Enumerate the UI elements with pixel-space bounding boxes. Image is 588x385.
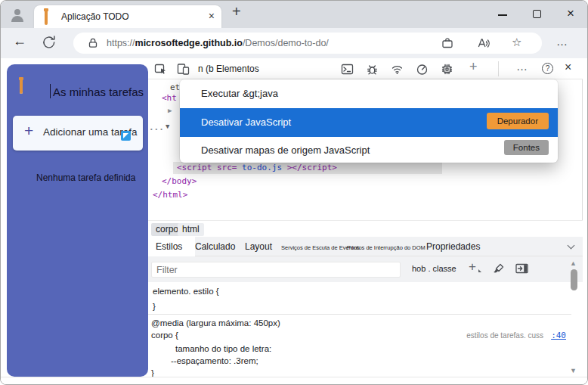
address-bar[interactable]: https://microsoftedge.github.io/Demos/de… [73, 33, 542, 54]
breadcrumb: corpo html [148, 220, 583, 237]
scrollbar-up-icon[interactable]: ▲ [570, 259, 577, 267]
scrollbar-thumb[interactable] [571, 269, 577, 290]
rule-divider [148, 314, 571, 315]
command-query-row[interactable]: Executar &gt;java [180, 79, 558, 108]
stylesheet-line-link[interactable]: :40 [551, 331, 566, 340]
read-aloud-icon[interactable] [477, 36, 491, 50]
new-style-rule-icon[interactable]: + [469, 259, 476, 275]
css-prop-font-size[interactable]: tamanho do tipo de letra: [175, 344, 271, 353]
empty-list-text: Nenhuma tarefa definida [36, 172, 135, 183]
code-script-line[interactable]: <script src= to-do.js ></script> [177, 163, 337, 172]
tab-elements[interactable]: n (b Elementos [198, 64, 259, 74]
devtools-close-icon[interactable]: × [565, 61, 571, 74]
code-partial: et [170, 82, 180, 92]
tab-title: Aplicação TODO [61, 11, 129, 22]
page-title: As minhas tarefas [53, 85, 144, 98]
tab-strip: Aplicação TODO × + × [1, 1, 588, 28]
devtools-more-icon[interactable]: … [516, 60, 528, 73]
command-menu: Executar &gt;java Desativar JavaScript D… [180, 79, 558, 163]
rule-element-style-close: } [153, 302, 156, 311]
network-conditions-icon[interactable] [391, 63, 404, 76]
breadcrumb-html[interactable]: html [178, 223, 204, 236]
rule-corpo: corpo { estilos de tarefas. cuss :40 [151, 331, 566, 340]
add-panel-icon[interactable]: + [469, 59, 478, 75]
performance-gauge-icon[interactable] [416, 63, 429, 76]
browser-toolbar: ← https://microsoftedge.github.io/Demos/… [1, 28, 588, 58]
stylesheet-source: estilos de tarefas. cuss [466, 331, 543, 340]
styles-pane[interactable]: elemento. estilo { } @media (largura máx… [148, 282, 583, 377]
window-maximize-button[interactable] [525, 4, 549, 25]
toggle-sidebar-icon[interactable] [515, 263, 528, 274]
help-icon[interactable]: ? [542, 63, 553, 74]
profile-avatar-icon[interactable] [8, 5, 26, 23]
scrollbar-down-icon[interactable]: ▼ [570, 367, 577, 374]
window-minimize-button[interactable] [491, 4, 515, 25]
console-panel-icon[interactable] [341, 63, 354, 76]
url-scheme: https:// [107, 38, 135, 48]
menu-item-disable-javascript[interactable]: Desativar JavaScript Depurador [180, 108, 558, 137]
filter-input[interactable] [151, 262, 401, 278]
tab-layout[interactable]: Layout [245, 241, 272, 252]
css-prop-spacing[interactable]: --espaçamento: .3rem; [171, 356, 258, 365]
inspect-cursor-icon [121, 131, 131, 141]
tab-estilos[interactable]: Estilos [156, 241, 182, 252]
memory-chip-icon[interactable] [441, 63, 453, 76]
code-body-close: </body> [162, 176, 197, 186]
command-query-text: Executar &gt;java [201, 88, 278, 99]
maximize-icon [533, 10, 541, 18]
pseudo-class-toggle[interactable]: hob . classe [412, 264, 456, 273]
window-bottom-edge [1, 377, 588, 385]
browser-menu-icon[interactable]: … [556, 35, 568, 48]
media-query: @media (largura máxima: 450px) [151, 318, 280, 328]
add-task-button[interactable]: + Adicionar uma tarefa [13, 116, 143, 151]
badge-fontes: Fontes [504, 140, 549, 155]
toolbar-divider [498, 61, 499, 76]
tab-close-icon[interactable]: × [209, 10, 215, 22]
styles-filter-row: hob . classe + [148, 256, 583, 282]
issues-bug-icon[interactable] [366, 63, 379, 76]
minimize-icon [498, 14, 507, 16]
node-menu-dots[interactable]: ... [149, 123, 164, 132]
url-text[interactable]: https://microsoftedge.github.io/Demos/de… [107, 38, 329, 48]
url-path: /Demos/demo-to-do/ [243, 38, 329, 48]
expand-arrow-icon[interactable]: ▼ [166, 123, 169, 130]
styles-tabbar: Estilos Calculado Layout Serviços de Esc… [148, 237, 583, 256]
favorite-star-icon[interactable]: ☆ [512, 36, 521, 49]
rule-corpo-open: corpo { [151, 331, 178, 340]
tab-dom-breakpoints[interactable]: Pontos de Interrupção do DOM [347, 244, 426, 251]
clipboard-favicon-icon [45, 11, 54, 23]
collapse-arrow-icon[interactable]: ▶ [168, 107, 172, 114]
url-host: microsoftedge.github.io [135, 38, 243, 48]
rule-element-style-open: elemento. estilo { [153, 287, 219, 296]
text-caret [50, 84, 51, 98]
badge-depurador: Depurador [487, 113, 549, 129]
chevron-down-icon[interactable] [568, 242, 575, 250]
tab-propriedades[interactable]: Propriedades [426, 241, 480, 252]
plus-icon: + [24, 122, 33, 140]
menu-item-disable-sourcemaps[interactable]: Desativar mapas de origem JavaScript Fon… [180, 137, 558, 163]
tab-calculado[interactable]: Calculado [195, 241, 235, 252]
new-tab-button[interactable]: + [232, 3, 241, 20]
back-button[interactable]: ← [13, 33, 26, 49]
browser-window: Aplicação TODO × + × ← https://microsoft… [0, 0, 588, 385]
devtools-toolbar: n (b Elementos + … ? × [148, 58, 583, 79]
brush-icon[interactable] [493, 262, 505, 275]
window-close-button[interactable]: × [559, 4, 583, 25]
clipboard-logo-icon [20, 79, 38, 101]
workspaces-icon[interactable] [441, 36, 454, 50]
browser-tab[interactable]: Aplicação TODO × [34, 5, 221, 28]
refresh-button[interactable] [42, 35, 57, 50]
code-html-close: </html> [153, 190, 187, 200]
lock-icon[interactable] [87, 37, 99, 49]
code-html-open: <ht [162, 93, 177, 103]
device-emulation-icon[interactable] [177, 63, 190, 76]
todo-app-panel: As minhas tarefas + Adicionar uma tarefa… [7, 64, 148, 377]
inspect-element-icon[interactable] [154, 63, 167, 76]
